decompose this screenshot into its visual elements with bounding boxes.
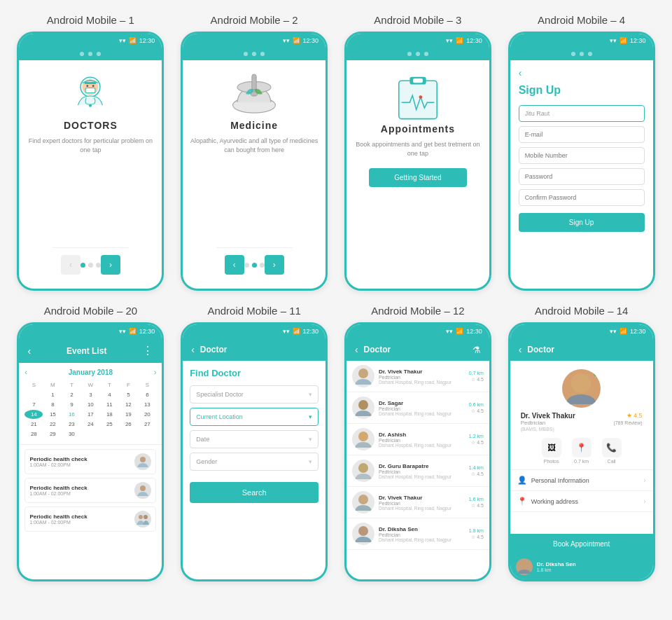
signal-icon-11: ▾▾ [283,328,290,335]
phone-section-1: Android Mobile – 1 ▾▾ 📶 12:30 [14,14,167,291]
book-appointment-button[interactable]: Book Appointment [510,534,653,554]
prev-arrow-2[interactable]: ‹ [225,255,244,275]
section-title-11: Android Mobile – 11 [207,305,300,317]
search-button-11[interactable]: Search [190,482,318,503]
doc-action-photos[interactable]: 🖼 Photos [542,438,561,464]
svg-point-14 [419,95,422,99]
phone-frame-12: ▾▾ 📶 12:30 ‹ Doctor ⚗ Dr. Vivek Thakur [344,322,491,581]
doc-name-3: Dr. Guru Barapatre [379,463,465,469]
wifi-icon-3: 📶 [456,37,463,44]
cal-8[interactable]: 8 [43,400,62,409]
doctor-header-title-14: Doctor [527,345,554,354]
specialist-label: Specialist Doctor [196,391,244,398]
cal-21[interactable]: 21 [24,420,43,429]
cal-22[interactable]: 22 [43,420,62,429]
email-field[interactable] [519,126,645,143]
doc-menu-personal[interactable]: 👤 Personal Information › [510,470,653,491]
menu-icon-20[interactable]: ⋮ [142,344,153,357]
cal-16[interactable]: 16 [62,410,80,419]
doc-item-0[interactable]: Dr. Vivek Thakur Pedtrician Dishant Hosp… [346,361,489,392]
cal-26[interactable]: 26 [119,420,137,429]
cal-month: January 2018 [69,368,113,376]
doc-action-call[interactable]: 📞 Call [602,438,622,464]
next-arrow-2[interactable]: › [265,255,284,275]
cal-19[interactable]: 19 [119,410,137,419]
cal-prev[interactable]: ‹ [24,368,27,376]
cal-h-s2: S [138,380,156,390]
gender-select[interactable]: Gender ▾ [190,453,318,471]
phone-section-3: Android Mobile – 3 ▾▾ 📶 12:30 [342,14,495,291]
cal-17[interactable]: 17 [81,410,99,419]
chevron-right-personal: › [643,476,645,484]
cal-4[interactable]: 4 [100,390,118,399]
gender-label: Gender [196,458,217,465]
cal-23[interactable]: 23 [62,420,80,429]
doc-detail-avatar [562,369,601,408]
back-arrow-11[interactable]: ‹ [191,344,195,355]
mobile-field[interactable] [519,147,645,164]
cal-27[interactable]: 27 [138,420,156,429]
doc-menu-working[interactable]: 📍 Working address › [510,491,653,512]
cal-12[interactable]: 12 [119,400,137,409]
cal-9[interactable]: 9 [62,400,80,409]
cal-25[interactable]: 25 [100,420,118,429]
cal-24[interactable]: 24 [81,420,99,429]
specialist-select[interactable]: Specialist Doctor ▾ [190,385,318,404]
back-arrow-14[interactable]: ‹ [519,344,522,355]
next-arrow-1[interactable]: › [101,255,120,275]
cal-10[interactable]: 10 [81,400,99,409]
cal-6[interactable]: 6 [138,390,156,399]
cal-2[interactable]: 2 [62,390,80,399]
doc-item-4[interactable]: Dr. Vivek Thakur Pedtrician Dishant Hosp… [346,487,489,518]
doc-detail-top: Dr. Vivek Thakur Pedtrician (BAMS, MBBS)… [510,361,653,470]
doc-meta-2: 1.2 km ☆ 4.5 [469,434,484,446]
svg-point-24 [358,526,368,536]
cal-28[interactable]: 28 [24,429,43,439]
doc-item-5[interactable]: Dr. Diksha Sen Pedtrician Dishant Hospit… [346,518,489,550]
cal-18[interactable]: 18 [100,410,118,419]
doc-specialty-1: Pedtrician [379,406,465,411]
phone1-content-desc: Find expert doctors for perticular probl… [26,137,155,154]
phone1-nav: ‹ › [52,247,129,282]
location-arrow: ▾ [309,413,312,420]
back-arrow-4[interactable]: ‹ [519,67,645,78]
phone-section-14: Android Mobile – 14 ▾▾ 📶 12:30 ‹ Doctor [505,305,658,581]
event-item-2[interactable]: Periodic health check 1:00AM - 02:00PM [24,478,156,503]
cal-15[interactable]: 15 [43,410,62,419]
doc-specialty-5: Pedtrician [379,532,465,537]
cal-14[interactable]: 14 [24,410,43,419]
cal-20[interactable]: 20 [138,410,156,419]
cal-29[interactable]: 29 [43,429,62,439]
filter-icon-12[interactable]: ⚗ [472,345,481,355]
doc-detail-info: Dr. Vivek Thakur Pedtrician (BAMS, MBBS) [521,412,575,432]
doc-item-3[interactable]: Dr. Guru Barapatre Pedtrician Dishant Ho… [346,455,489,487]
date-select[interactable]: Date ▾ [190,430,318,448]
doc-item-1[interactable]: Dr. Sagar Pedtrician Dishant Hospital, R… [346,392,489,424]
doc-item-2[interactable]: Dr. Ashish Pedtrician Dishant Hospital, … [346,424,489,455]
find-doctor-body: Find Doctor Specialist Doctor ▾ Current … [183,361,326,579]
confirm-password-field[interactable] [519,189,645,206]
password-field[interactable] [519,168,645,185]
event-item-3[interactable]: Periodic health check 1:00AM - 02:00PM [24,507,156,532]
signup-button[interactable]: Sign Up [519,213,645,232]
cal-1[interactable]: 1 [43,390,62,399]
cal-13[interactable]: 13 [138,400,156,409]
svg-rect-11 [399,81,437,118]
cal-7[interactable]: 7 [24,400,43,409]
name-field[interactable] [519,105,645,122]
event-item-1[interactable]: Periodic health check 1:00AM - 02:00PM [24,449,156,474]
getting-started-button[interactable]: Getting Started [369,168,467,187]
prev-arrow-1[interactable]: ‹ [61,255,80,275]
back-arrow-12[interactable]: ‹ [355,344,358,355]
cal-next[interactable]: › [154,368,156,376]
svg-point-18 [144,515,148,519]
doc-hospital-1: Dishant Hospital, Ring road, Nagpur [379,411,465,416]
location-select[interactable]: Current Location ▾ [190,408,318,426]
cal-11[interactable]: 11 [100,400,118,409]
doc-hospital-0: Dishant Hospital, Ring road, Nagpur [379,380,465,385]
back-arrow-20[interactable]: ‹ [27,345,31,357]
cal-30[interactable]: 30 [62,429,80,439]
cal-5[interactable]: 5 [119,390,137,399]
cal-3[interactable]: 3 [81,390,99,399]
section-title-4: Android Mobile – 4 [538,14,625,26]
